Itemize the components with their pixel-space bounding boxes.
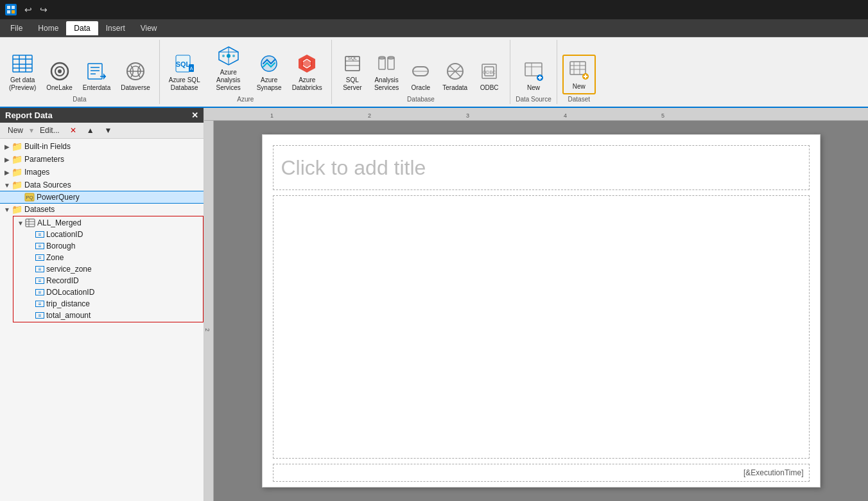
analysis-services-label: AnalysisServices	[374, 76, 399, 92]
move-up-button[interactable]: ▲	[83, 125, 98, 136]
execution-time-text: [&ExecutionTime]	[743, 468, 804, 477]
close-icon[interactable]: ✕	[191, 110, 198, 120]
folder-icon: 📁	[12, 167, 22, 177]
report-page[interactable]: Click to add title [&ExecutionTime]	[262, 134, 820, 488]
tree-trip-distance[interactable]: ≡ trip_distance	[13, 298, 203, 310]
dataset-group-label: Dataset	[568, 96, 590, 104]
sql-server-label: SQLServer	[343, 76, 361, 92]
menu-file[interactable]: File	[3, 21, 30, 35]
tree-view: ▶ 📁 Built-in Fields ▶ 📁 Parameters ▶ 📁 I…	[0, 139, 204, 501]
main-layout: Report Data ✕ New ▾ Edit... ✕ ▲ ▼ ▶ 📁 Bu…	[0, 108, 868, 501]
redo-icon[interactable]: ↪	[37, 3, 50, 16]
folder-icon: 📁	[12, 141, 22, 152]
left-panel: Report Data ✕ New ▾ Edit... ✕ ▲ ▼ ▶ 📁 Bu…	[0, 108, 204, 501]
azure-databricks-button[interactable]: AzureDatabricks	[288, 49, 326, 94]
tree-recordid[interactable]: ≡ RecordID	[13, 275, 203, 286]
builtin-fields-label: Built-in Fields	[24, 142, 71, 151]
ribbon-group-data: Get data(Preview) OneLake	[0, 40, 160, 104]
field-icon: ≡	[35, 277, 44, 284]
tree-zone[interactable]: ≡ Zone	[13, 252, 203, 263]
menu-insert[interactable]: Insert	[98, 21, 133, 35]
ruler-mark-2: 2	[368, 112, 371, 119]
canvas-area: 1 2 3 4 5 2 Click to add title	[204, 108, 868, 501]
expand-arrow: ▼	[16, 220, 25, 227]
azure-synapse-button[interactable]: AzureSynapse	[253, 49, 286, 94]
tree-images[interactable]: ▶ 📁 Images	[0, 166, 204, 179]
footer-area: [&ExecutionTime]	[273, 464, 810, 482]
report-body[interactable]	[273, 195, 810, 459]
tree-parameters[interactable]: ▶ 📁 Parameters	[0, 153, 204, 166]
folder-icon: 📁	[12, 154, 22, 164]
azure-analysis-button[interactable]: Azure AnalysisServices	[207, 42, 250, 94]
azure-sql-button[interactable]: SQL A Azure SQLDatabase	[165, 49, 204, 94]
oracle-label: Oracle	[412, 84, 430, 92]
get-data-button[interactable]: Get data(Preview)	[5, 49, 40, 94]
powerquery-label: PowerQuery	[37, 193, 80, 202]
ribbon-group-database: SQL SQLServer Analysi	[332, 40, 510, 104]
menu-view[interactable]: View	[133, 21, 165, 35]
field-icon: ≡	[35, 289, 44, 295]
report-canvas[interactable]: Click to add title [&ExecutionTime]	[214, 121, 868, 501]
svg-rect-4	[13, 55, 32, 72]
tree-builtin-fields[interactable]: ▶ 📁 Built-in Fields	[0, 140, 204, 153]
dataverse-button[interactable]: Dataverse	[117, 57, 154, 94]
new-dataset-button[interactable]: New	[562, 55, 596, 94]
datasets-label: Datasets	[24, 205, 55, 214]
field-icon: ≡	[35, 312, 44, 319]
delete-button[interactable]: ✕	[66, 125, 80, 136]
expand-arrow: ▼	[3, 206, 12, 213]
tree-all-merged[interactable]: ▼ ALL_Merged	[13, 217, 203, 229]
field-icon: ≡	[35, 254, 44, 261]
oracle-button[interactable]: Oracle	[405, 57, 436, 94]
svg-point-29	[227, 54, 230, 58]
sql-server-button[interactable]: SQL SQLServer	[337, 49, 368, 94]
tree-locationid[interactable]: ≡ LocationID	[13, 229, 203, 240]
svg-text:SQL: SQL	[348, 56, 357, 61]
move-down-button[interactable]: ▼	[101, 125, 116, 136]
azure-analysis-label: Azure AnalysisServices	[211, 69, 247, 92]
parameters-label: Parameters	[24, 155, 64, 164]
edit-button[interactable]: Edit...	[36, 125, 64, 136]
tree-dolocationid[interactable]: ≡ DOLocationID	[13, 286, 203, 298]
canvas-with-ruler: 2 Click to add title [&ExecutionTime]	[204, 121, 868, 501]
svg-rect-1	[12, 6, 15, 9]
svg-text:SQL: SQL	[176, 60, 191, 68]
dataset-outline-container: ▼ ALL_Merged ≡ LocationID	[13, 216, 204, 322]
analysis-services-button[interactable]: AnalysisServices	[370, 49, 403, 94]
enterdata-button[interactable]: Enterdata	[79, 57, 114, 94]
title-placeholder[interactable]: Click to add title	[273, 145, 810, 190]
onelake-button[interactable]: OneLake	[42, 57, 76, 94]
tree-service-zone[interactable]: ≡ service_zone	[13, 263, 203, 275]
tree-powerquery[interactable]: PQ PowerQuery	[0, 191, 204, 203]
menu-home[interactable]: Home	[30, 21, 66, 35]
svg-rect-64	[570, 62, 586, 75]
svg-text:A: A	[190, 66, 193, 71]
svg-point-12	[58, 69, 62, 73]
tree-datasources[interactable]: ▼ 📁 Data Sources	[0, 179, 204, 191]
new-datasource-button[interactable]: New	[518, 57, 549, 94]
svg-rect-3	[12, 10, 15, 13]
svg-text:ODBC: ODBC	[483, 70, 496, 75]
vruler-mark-2: 2	[204, 328, 211, 331]
tree-datasets[interactable]: ▼ 📁 Datasets	[0, 203, 204, 216]
svg-text:PQ: PQ	[26, 195, 33, 200]
undo-icon[interactable]: ↩	[22, 3, 35, 16]
ribbon-group-dataset: New Dataset	[557, 40, 601, 104]
app-icon	[5, 4, 17, 15]
tree-total-amount[interactable]: ≡ total_amount	[13, 310, 203, 321]
ribbon-group-azure: SQL A Azure SQLDatabase	[160, 40, 332, 104]
menu-data[interactable]: Data	[66, 21, 98, 35]
tree-borough[interactable]: ≡ Borough	[13, 240, 203, 252]
teradata-label: Teradata	[442, 84, 467, 92]
new-datasource-label: New	[527, 84, 540, 92]
dataverse-label: Dataverse	[121, 84, 150, 92]
field-icon: ≡	[35, 231, 44, 238]
new-button[interactable]: New	[4, 125, 27, 136]
odbc-button[interactable]: ODBC ODBC	[474, 57, 505, 94]
service-zone-label: service_zone	[46, 265, 92, 274]
azure-group-label: Azure	[237, 96, 254, 104]
vertical-ruler: 2	[204, 121, 214, 501]
trip-distance-label: trip_distance	[46, 299, 90, 308]
teradata-button[interactable]: Teradata	[438, 57, 471, 94]
zone-label: Zone	[46, 253, 64, 262]
